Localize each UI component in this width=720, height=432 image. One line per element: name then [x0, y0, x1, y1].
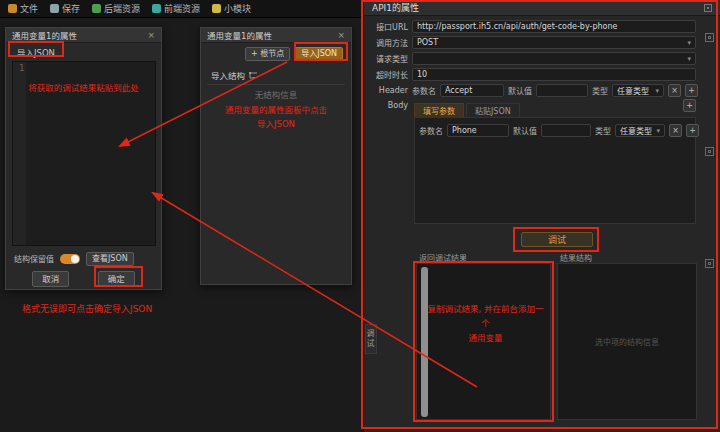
param-type-select[interactable]: 任意类型 ▾: [615, 124, 665, 137]
confirm-button[interactable]: 确定: [98, 271, 135, 287]
menu-item-label: 文件: [20, 2, 38, 15]
structure-placeholder: 选中项的结构信息: [595, 336, 659, 347]
api-properties-panel: API1的属性 接口URL 调用方法 POST ▾ 请求类型 ▾ 超时时长: [363, 0, 720, 432]
method-label: 调用方法: [370, 37, 408, 48]
debug-result-box[interactable]: 复制调试结果, 并在前台添加一个 通用变量: [416, 263, 551, 420]
body-label: Body: [370, 101, 408, 110]
no-structure-text: 无结构信息: [201, 88, 351, 100]
type-label: 类型: [595, 125, 611, 136]
menu-item-label: 后端资源: [104, 2, 140, 15]
debug-button[interactable]: 调试: [521, 232, 593, 247]
header-default-input[interactable]: [536, 84, 588, 97]
url-label: 接口URL: [370, 21, 408, 32]
json-editor[interactable]: 1: [12, 61, 156, 246]
method-select[interactable]: POST ▾: [412, 36, 696, 49]
close-icon[interactable]: ×: [337, 31, 345, 40]
import-json-label: 导入JSON: [17, 46, 55, 58]
editor-gutter: 1: [13, 62, 26, 245]
module-icon: [212, 4, 221, 13]
api-panel-titlebar: API1的属性: [364, 0, 720, 16]
annotation-bottom-hint: 格式无误即可点击确定导入JSON: [22, 302, 152, 315]
annotation-line: 导入JSON: [201, 117, 351, 131]
dock-icon[interactable]: [705, 147, 714, 156]
import-json-button[interactable]: 导入JSON: [295, 47, 343, 61]
file-icon: [8, 4, 17, 13]
save-icon: [50, 4, 59, 13]
param-row: 参数名 默认值 类型 任意类型 ▾ × +: [419, 124, 691, 137]
result-structure-box[interactable]: 选中项的结构信息: [557, 263, 697, 420]
param-name-label: 参数名: [412, 85, 436, 96]
url-input[interactable]: [412, 20, 696, 33]
annotation-result-hint: 复制调试结果, 并在前台添加一个 通用变量: [425, 302, 546, 345]
backend-resources-icon: [92, 4, 101, 13]
dock-panel-icon[interactable]: [704, 4, 712, 12]
menu-item-label: 小模块: [224, 2, 251, 15]
dialog-titlebar: 通用变量1的属性 ×: [6, 28, 161, 43]
chevron-down-icon: ▾: [655, 87, 659, 95]
import-structure-label: 导入结构: [211, 69, 258, 81]
menu-item-save[interactable]: 保存: [50, 2, 80, 15]
type-label: 类型: [592, 85, 608, 96]
result-structure-title: 结果结构: [560, 252, 592, 263]
structure-actions: + 根节点 导入JSON: [245, 47, 343, 61]
toggle-label: 结构保留值: [14, 253, 54, 264]
tab-paste-json[interactable]: 粘贴JSON: [466, 103, 520, 117]
timeout-input[interactable]: [412, 68, 696, 81]
keep-structure-row: 结构保留值 查看JSON: [14, 252, 134, 266]
debug-result-title: 返回调试结果: [419, 252, 467, 263]
dock-icon[interactable]: [705, 33, 714, 42]
url-row: 接口URL: [370, 20, 696, 33]
header-label: Header: [370, 86, 408, 95]
method-row: 调用方法 POST ▾: [370, 36, 696, 49]
frontend-resources-icon: [152, 4, 161, 13]
menu-item-label: 前端资源: [164, 2, 200, 15]
remove-param-button[interactable]: ×: [669, 124, 682, 137]
request-type-label: 请求类型: [370, 53, 408, 64]
menu-item-backend-resources[interactable]: 后端资源: [92, 2, 140, 15]
variable-properties-dialog: 通用变量1的属性 × + 根节点 导入JSON 导入结构 无结构信息 通用变量的…: [200, 27, 352, 285]
add-body-param-button[interactable]: +: [683, 99, 696, 112]
dock-icon[interactable]: [705, 259, 714, 268]
timeout-row: 超时时长: [370, 68, 696, 81]
menu-item-frontend-resources[interactable]: 前端资源: [152, 2, 200, 15]
timeout-label: 超时时长: [370, 69, 408, 80]
debug-side-tab[interactable]: 调试: [365, 324, 377, 354]
header-row: Header 参数名 默认值 类型 任意类型 ▾ × +: [370, 84, 696, 97]
keep-structure-toggle[interactable]: [60, 254, 80, 264]
cancel-button[interactable]: 取消: [32, 271, 69, 287]
dialog-title: 通用变量1的属性: [12, 29, 77, 41]
param-name-input[interactable]: [447, 124, 509, 137]
header-type-select[interactable]: 任意类型 ▾: [612, 84, 664, 97]
dialog-title: 通用变量1的属性: [207, 29, 272, 41]
header-param-input[interactable]: [440, 84, 504, 97]
import-json-dialog: 通用变量1的属性 × 导入JSON 1 将获取的调试结果粘贴到此处 结构保留值 …: [5, 27, 162, 290]
tab-fill-params[interactable]: 填写参数: [414, 103, 464, 117]
line-number: 1: [19, 64, 24, 73]
scrollbar[interactable]: [421, 267, 428, 417]
add-header-button[interactable]: +: [685, 84, 698, 97]
menu-item-file[interactable]: 文件: [8, 2, 38, 15]
annotation-panel-hint: 通用变量的属性面板中点击 导入JSON: [201, 103, 351, 131]
param-type-value: 任意类型: [620, 125, 652, 136]
default-value-label: 默认值: [513, 125, 537, 136]
param-default-input[interactable]: [541, 124, 591, 137]
menu-item-label: 保存: [62, 2, 80, 15]
menu-item-module[interactable]: 小模块: [212, 2, 251, 15]
annotation-line: 通用变量: [425, 331, 546, 345]
dialog-buttons: 取消 确定: [6, 271, 161, 287]
body-tabs: 填写参数 粘贴JSON: [414, 103, 520, 117]
body-params-panel: 参数名 默认值 类型 任意类型 ▾ × +: [414, 117, 696, 224]
add-param-button[interactable]: +: [686, 124, 699, 137]
default-value-label: 默认值: [508, 85, 532, 96]
add-root-node-button[interactable]: + 根节点: [245, 47, 290, 61]
api-panel-title: API1的属性: [372, 1, 419, 14]
header-type-value: 任意类型: [617, 85, 649, 96]
close-icon[interactable]: ×: [147, 31, 155, 40]
request-type-select[interactable]: ▾: [412, 52, 696, 65]
remove-header-button[interactable]: ×: [668, 84, 681, 97]
annotation-line: 复制调试结果, 并在前台添加一个: [425, 302, 546, 331]
chevron-down-icon: ▾: [656, 127, 660, 135]
menubar: 文件 保存 后端资源 前端资源 小模块: [0, 0, 363, 18]
request-type-row: 请求类型 ▾: [370, 52, 696, 65]
view-json-button[interactable]: 查看JSON: [86, 252, 134, 266]
